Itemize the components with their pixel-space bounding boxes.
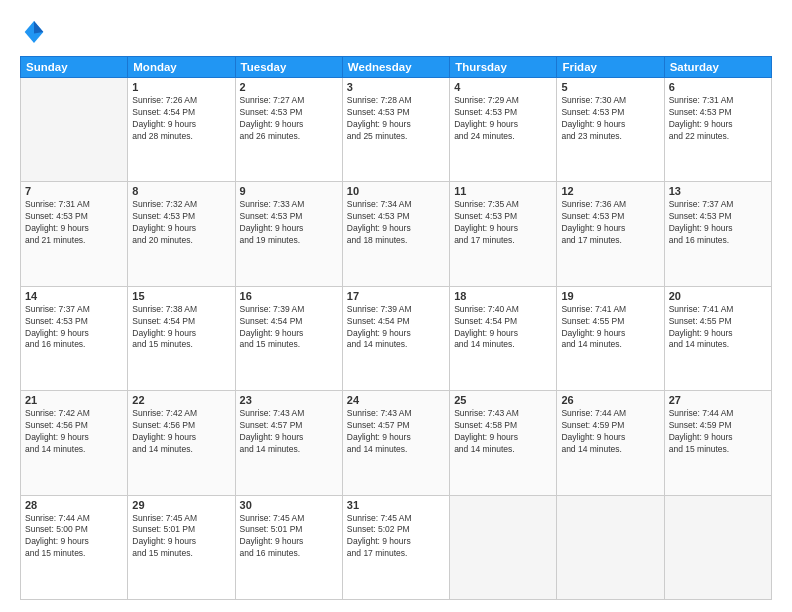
logo: [20, 18, 52, 46]
day-info: Sunrise: 7:43 AM Sunset: 4:57 PM Dayligh…: [347, 408, 445, 456]
calendar-cell: 3Sunrise: 7:28 AM Sunset: 4:53 PM Daylig…: [342, 78, 449, 182]
day-info: Sunrise: 7:31 AM Sunset: 4:53 PM Dayligh…: [25, 199, 123, 247]
day-info: Sunrise: 7:40 AM Sunset: 4:54 PM Dayligh…: [454, 304, 552, 352]
day-number: 8: [132, 185, 230, 197]
day-number: 28: [25, 499, 123, 511]
day-info: Sunrise: 7:44 AM Sunset: 5:00 PM Dayligh…: [25, 513, 123, 561]
day-number: 25: [454, 394, 552, 406]
calendar-cell: 18Sunrise: 7:40 AM Sunset: 4:54 PM Dayli…: [450, 286, 557, 390]
day-number: 18: [454, 290, 552, 302]
day-info: Sunrise: 7:37 AM Sunset: 4:53 PM Dayligh…: [669, 199, 767, 247]
day-info: Sunrise: 7:44 AM Sunset: 4:59 PM Dayligh…: [561, 408, 659, 456]
calendar-cell: 26Sunrise: 7:44 AM Sunset: 4:59 PM Dayli…: [557, 391, 664, 495]
calendar-cell: 4Sunrise: 7:29 AM Sunset: 4:53 PM Daylig…: [450, 78, 557, 182]
calendar-cell: 24Sunrise: 7:43 AM Sunset: 4:57 PM Dayli…: [342, 391, 449, 495]
day-number: 17: [347, 290, 445, 302]
day-info: Sunrise: 7:27 AM Sunset: 4:53 PM Dayligh…: [240, 95, 338, 143]
calendar-cell: 16Sunrise: 7:39 AM Sunset: 4:54 PM Dayli…: [235, 286, 342, 390]
calendar-cell: 23Sunrise: 7:43 AM Sunset: 4:57 PM Dayli…: [235, 391, 342, 495]
day-info: Sunrise: 7:38 AM Sunset: 4:54 PM Dayligh…: [132, 304, 230, 352]
calendar-cell: 29Sunrise: 7:45 AM Sunset: 5:01 PM Dayli…: [128, 495, 235, 599]
header: [20, 18, 772, 46]
day-number: 29: [132, 499, 230, 511]
logo-icon: [20, 18, 48, 46]
day-info: Sunrise: 7:39 AM Sunset: 4:54 PM Dayligh…: [240, 304, 338, 352]
day-number: 22: [132, 394, 230, 406]
calendar-cell: [664, 495, 771, 599]
day-info: Sunrise: 7:26 AM Sunset: 4:54 PM Dayligh…: [132, 95, 230, 143]
day-number: 5: [561, 81, 659, 93]
calendar-cell: 25Sunrise: 7:43 AM Sunset: 4:58 PM Dayli…: [450, 391, 557, 495]
svg-marker-1: [34, 21, 43, 33]
day-info: Sunrise: 7:43 AM Sunset: 4:58 PM Dayligh…: [454, 408, 552, 456]
calendar-week-row: 28Sunrise: 7:44 AM Sunset: 5:00 PM Dayli…: [21, 495, 772, 599]
weekday-header: Saturday: [664, 57, 771, 78]
calendar-cell: 27Sunrise: 7:44 AM Sunset: 4:59 PM Dayli…: [664, 391, 771, 495]
day-info: Sunrise: 7:44 AM Sunset: 4:59 PM Dayligh…: [669, 408, 767, 456]
weekday-header: Tuesday: [235, 57, 342, 78]
day-number: 13: [669, 185, 767, 197]
calendar-cell: 5Sunrise: 7:30 AM Sunset: 4:53 PM Daylig…: [557, 78, 664, 182]
day-info: Sunrise: 7:33 AM Sunset: 4:53 PM Dayligh…: [240, 199, 338, 247]
day-number: 10: [347, 185, 445, 197]
calendar-cell: 7Sunrise: 7:31 AM Sunset: 4:53 PM Daylig…: [21, 182, 128, 286]
calendar-cell: [21, 78, 128, 182]
day-number: 15: [132, 290, 230, 302]
day-number: 7: [25, 185, 123, 197]
day-number: 26: [561, 394, 659, 406]
day-number: 9: [240, 185, 338, 197]
day-number: 4: [454, 81, 552, 93]
calendar-cell: 1Sunrise: 7:26 AM Sunset: 4:54 PM Daylig…: [128, 78, 235, 182]
calendar-header-row: SundayMondayTuesdayWednesdayThursdayFrid…: [21, 57, 772, 78]
day-info: Sunrise: 7:37 AM Sunset: 4:53 PM Dayligh…: [25, 304, 123, 352]
calendar-week-row: 14Sunrise: 7:37 AM Sunset: 4:53 PM Dayli…: [21, 286, 772, 390]
calendar-cell: 11Sunrise: 7:35 AM Sunset: 4:53 PM Dayli…: [450, 182, 557, 286]
day-info: Sunrise: 7:35 AM Sunset: 4:53 PM Dayligh…: [454, 199, 552, 247]
day-info: Sunrise: 7:41 AM Sunset: 4:55 PM Dayligh…: [561, 304, 659, 352]
calendar-cell: 22Sunrise: 7:42 AM Sunset: 4:56 PM Dayli…: [128, 391, 235, 495]
page: SundayMondayTuesdayWednesdayThursdayFrid…: [0, 0, 792, 612]
calendar-week-row: 7Sunrise: 7:31 AM Sunset: 4:53 PM Daylig…: [21, 182, 772, 286]
day-number: 1: [132, 81, 230, 93]
calendar-cell: 13Sunrise: 7:37 AM Sunset: 4:53 PM Dayli…: [664, 182, 771, 286]
calendar-cell: 15Sunrise: 7:38 AM Sunset: 4:54 PM Dayli…: [128, 286, 235, 390]
calendar-cell: 21Sunrise: 7:42 AM Sunset: 4:56 PM Dayli…: [21, 391, 128, 495]
calendar-cell: 20Sunrise: 7:41 AM Sunset: 4:55 PM Dayli…: [664, 286, 771, 390]
calendar-cell: 17Sunrise: 7:39 AM Sunset: 4:54 PM Dayli…: [342, 286, 449, 390]
day-info: Sunrise: 7:36 AM Sunset: 4:53 PM Dayligh…: [561, 199, 659, 247]
day-number: 23: [240, 394, 338, 406]
weekday-header: Wednesday: [342, 57, 449, 78]
calendar-table: SundayMondayTuesdayWednesdayThursdayFrid…: [20, 56, 772, 600]
calendar-cell: 6Sunrise: 7:31 AM Sunset: 4:53 PM Daylig…: [664, 78, 771, 182]
calendar-cell: 28Sunrise: 7:44 AM Sunset: 5:00 PM Dayli…: [21, 495, 128, 599]
weekday-header: Friday: [557, 57, 664, 78]
day-number: 24: [347, 394, 445, 406]
weekday-header: Sunday: [21, 57, 128, 78]
day-number: 3: [347, 81, 445, 93]
day-number: 14: [25, 290, 123, 302]
calendar-cell: 8Sunrise: 7:32 AM Sunset: 4:53 PM Daylig…: [128, 182, 235, 286]
calendar-cell: 14Sunrise: 7:37 AM Sunset: 4:53 PM Dayli…: [21, 286, 128, 390]
calendar-week-row: 1Sunrise: 7:26 AM Sunset: 4:54 PM Daylig…: [21, 78, 772, 182]
day-number: 16: [240, 290, 338, 302]
calendar-week-row: 21Sunrise: 7:42 AM Sunset: 4:56 PM Dayli…: [21, 391, 772, 495]
day-number: 19: [561, 290, 659, 302]
calendar-cell: 19Sunrise: 7:41 AM Sunset: 4:55 PM Dayli…: [557, 286, 664, 390]
calendar-cell: [557, 495, 664, 599]
weekday-header: Thursday: [450, 57, 557, 78]
calendar-cell: [450, 495, 557, 599]
day-info: Sunrise: 7:32 AM Sunset: 4:53 PM Dayligh…: [132, 199, 230, 247]
day-number: 20: [669, 290, 767, 302]
calendar-cell: 31Sunrise: 7:45 AM Sunset: 5:02 PM Dayli…: [342, 495, 449, 599]
calendar-cell: 2Sunrise: 7:27 AM Sunset: 4:53 PM Daylig…: [235, 78, 342, 182]
day-number: 12: [561, 185, 659, 197]
weekday-header: Monday: [128, 57, 235, 78]
calendar-cell: 10Sunrise: 7:34 AM Sunset: 4:53 PM Dayli…: [342, 182, 449, 286]
day-info: Sunrise: 7:31 AM Sunset: 4:53 PM Dayligh…: [669, 95, 767, 143]
day-info: Sunrise: 7:45 AM Sunset: 5:01 PM Dayligh…: [132, 513, 230, 561]
day-info: Sunrise: 7:41 AM Sunset: 4:55 PM Dayligh…: [669, 304, 767, 352]
day-info: Sunrise: 7:39 AM Sunset: 4:54 PM Dayligh…: [347, 304, 445, 352]
day-number: 2: [240, 81, 338, 93]
day-number: 30: [240, 499, 338, 511]
day-info: Sunrise: 7:43 AM Sunset: 4:57 PM Dayligh…: [240, 408, 338, 456]
